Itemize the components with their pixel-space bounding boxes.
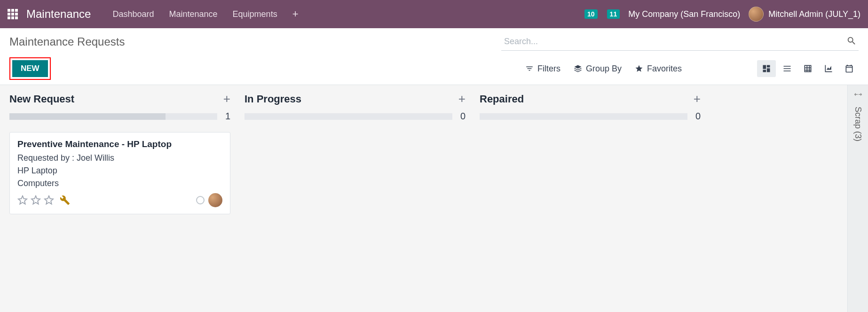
- column-count: 0: [458, 111, 466, 122]
- view-graph[interactable]: [819, 60, 838, 77]
- new-button-highlight: NEW: [9, 57, 51, 80]
- kanban-card[interactable]: Preventive Maintenance - HP Laptop Reque…: [9, 132, 230, 214]
- layers-icon: [574, 64, 582, 73]
- filter-icon: [525, 64, 534, 73]
- priority-star-3[interactable]: [44, 195, 54, 205]
- activities-button[interactable]: 11: [606, 9, 620, 19]
- column-progress-bar[interactable]: [9, 113, 217, 120]
- priority-star-1[interactable]: [17, 195, 28, 205]
- card-equipment: HP Laptop: [17, 166, 222, 176]
- column-add-icon[interactable]: +: [694, 92, 701, 106]
- filters-button[interactable]: Filters: [525, 64, 560, 74]
- folded-column-label: Scrap (3): [853, 107, 863, 141]
- user-menu[interactable]: Mitchell Admin (JULY_1): [749, 7, 860, 22]
- nav-add-icon[interactable]: +: [285, 8, 306, 20]
- column-title[interactable]: New Request: [9, 93, 74, 105]
- groupby-button[interactable]: Group By: [574, 64, 622, 74]
- user-name: Mitchell Admin (JULY_1): [768, 9, 860, 19]
- kanban-board: New Request + 1 Preventive Maintenance -…: [0, 85, 868, 312]
- company-selector[interactable]: My Company (San Francisco): [628, 9, 740, 19]
- kanban-column-repaired: Repaired + 0: [475, 92, 705, 308]
- search-input[interactable]: [501, 33, 859, 51]
- card-requested-by: Requested by : Joel Willis: [17, 153, 222, 163]
- column-add-icon[interactable]: +: [458, 92, 466, 106]
- search-icon[interactable]: [846, 36, 857, 46]
- assignee-avatar[interactable]: [208, 193, 222, 207]
- wrench-icon[interactable]: [60, 195, 70, 205]
- app-title: Maintenance: [26, 8, 91, 21]
- kanban-column-in-progress: In Progress + 0: [240, 92, 470, 308]
- nav-dashboard[interactable]: Dashboard: [105, 6, 161, 23]
- card-category: Computers: [17, 179, 222, 188]
- nav-equipments[interactable]: Equipments: [225, 6, 285, 23]
- column-count: 1: [223, 111, 230, 122]
- view-pivot[interactable]: [798, 60, 817, 77]
- messages-button[interactable]: 10: [584, 9, 598, 19]
- nav-maintenance[interactable]: Maintenance: [162, 6, 225, 23]
- kanban-column-folded-scrap[interactable]: Scrap (3): [847, 85, 868, 312]
- filters-label: Filters: [537, 64, 560, 74]
- kanban-state-icon[interactable]: [196, 196, 205, 204]
- topbar: Maintenance Dashboard Maintenance Equipm…: [0, 0, 868, 28]
- card-title: Preventive Maintenance - HP Laptop: [17, 139, 222, 149]
- column-progress-bar[interactable]: [480, 113, 687, 120]
- star-icon: [635, 64, 643, 73]
- favorites-button[interactable]: Favorites: [635, 64, 682, 74]
- view-kanban[interactable]: [757, 60, 776, 77]
- kanban-column-new-request: New Request + 1 Preventive Maintenance -…: [5, 92, 235, 308]
- breadcrumb: Maintenance Requests: [9, 35, 125, 48]
- control-panel: Maintenance Requests NEW Filters Group B…: [0, 28, 868, 85]
- avatar: [749, 7, 764, 22]
- messages-badge: 10: [584, 9, 598, 19]
- expand-icon: [853, 91, 863, 100]
- view-list[interactable]: [778, 60, 797, 77]
- view-switcher: [757, 60, 859, 77]
- new-button[interactable]: NEW: [12, 60, 48, 77]
- groupby-label: Group By: [586, 64, 622, 74]
- priority-star-2[interactable]: [31, 195, 41, 205]
- column-progress-bar[interactable]: [245, 113, 452, 120]
- column-title[interactable]: Repaired: [480, 93, 524, 105]
- apps-icon[interactable]: [8, 9, 18, 19]
- favorites-label: Favorites: [647, 64, 682, 74]
- activities-badge: 11: [607, 9, 620, 19]
- column-title[interactable]: In Progress: [245, 93, 301, 105]
- column-count: 0: [693, 111, 701, 122]
- column-add-icon[interactable]: +: [223, 92, 230, 106]
- view-calendar[interactable]: [840, 60, 859, 77]
